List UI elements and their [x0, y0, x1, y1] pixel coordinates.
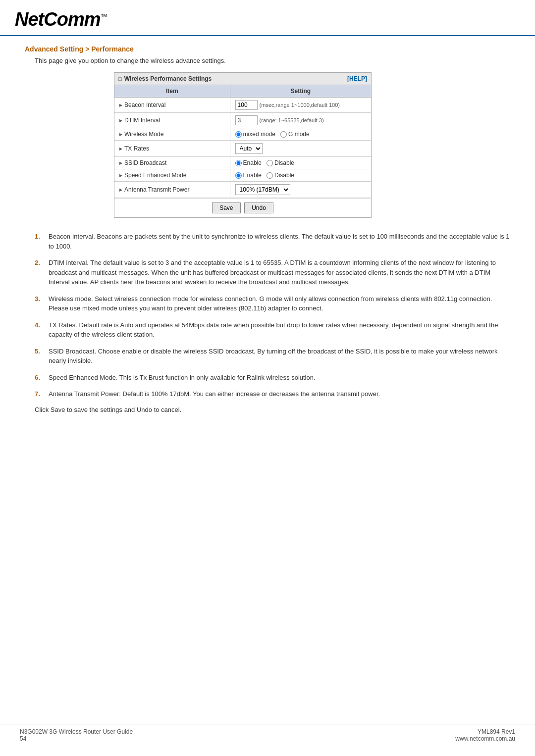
- item-label: DTIM Interval: [119, 117, 225, 124]
- table-cell-item: Speed Enhanced Mode: [114, 169, 230, 182]
- description-list: 1.Beacon Interval. Beacons are packets s…: [35, 232, 510, 399]
- table-cell-item: Antenna Transmit Power: [114, 182, 230, 198]
- footer-left: N3G002W 3G Wireless Router User Guide 54: [20, 728, 133, 742]
- list-item: 6.Speed Enhanced Mode. This is Tx Brust …: [35, 373, 510, 383]
- table-row: Speed Enhanced Mode Enable Disable: [114, 169, 371, 182]
- table-cell-setting[interactable]: (range: 1~65535,default 3): [230, 113, 371, 128]
- table-row: Beacon Interval(msec,range 1~1000,defaul…: [114, 98, 371, 113]
- radio-group: Enable Disable: [235, 172, 366, 179]
- list-number: 5.: [35, 347, 44, 366]
- logo-name: NetComm: [15, 9, 100, 30]
- list-number: 3.: [35, 294, 44, 313]
- table-cell-item: DTIM Interval: [114, 113, 230, 128]
- list-number: 4.: [35, 320, 44, 340]
- settings-table: Item Setting Beacon Interval(msec,range …: [114, 85, 371, 198]
- breadcrumb: Advanced Setting > Performance: [25, 45, 510, 53]
- table-cell-setting[interactable]: Auto: [230, 141, 371, 157]
- settings-box-title: Wireless Performance Settings: [118, 75, 212, 82]
- logo-tm: ™: [100, 12, 107, 20]
- undo-button[interactable]: Undo: [244, 202, 273, 213]
- list-text: SSID Broadcast. Choose enable or disable…: [49, 347, 510, 366]
- item-label: Wireless Mode: [119, 131, 225, 138]
- table-cell-setting[interactable]: Enable Disable: [230, 157, 371, 169]
- settings-box: Wireless Performance Settings [HELP] Ite…: [114, 72, 372, 218]
- table-cell-item: SSID Broadcast: [114, 157, 230, 169]
- list-number: 1.: [35, 232, 44, 251]
- list-text: Antenna Transmit Power: Default is 100% …: [49, 389, 510, 399]
- buttons-row: Save Undo: [114, 198, 371, 217]
- table-row: Antenna Transmit Power100% (17dBM): [114, 182, 371, 198]
- table-cell-item: Wireless Mode: [114, 128, 230, 141]
- list-text: TX Rates. Default rate is Auto and opera…: [49, 320, 510, 340]
- item-label: SSID Broadcast: [119, 159, 225, 166]
- item-label: Antenna Transmit Power: [119, 186, 225, 193]
- list-item: 5.SSID Broadcast. Choose enable or disab…: [35, 347, 510, 366]
- setting-input[interactable]: [235, 115, 258, 125]
- item-label: Beacon Interval: [119, 101, 225, 108]
- logo: NetComm™: [15, 9, 520, 30]
- main-content: Advanced Setting > Performance This page…: [0, 36, 535, 433]
- table-row: DTIM Interval(range: 1~65535,default 3): [114, 113, 371, 128]
- setting-hint: (msec,range 1~1000,default 100): [260, 102, 340, 108]
- list-item: 1.Beacon Interval. Beacons are packets s…: [35, 232, 510, 251]
- radio-option[interactable]: Enable: [235, 172, 262, 179]
- list-item: 2.DTIM interval. The default value is se…: [35, 258, 510, 287]
- page-description: This page give you option to change the …: [35, 57, 510, 64]
- table-row: TX RatesAuto: [114, 141, 371, 157]
- col-setting-header: Setting: [230, 85, 371, 98]
- radio-option[interactable]: mixed mode: [235, 131, 275, 138]
- setting-hint: (range: 1~65535,default 3): [260, 117, 324, 123]
- table-row: Wireless Mode mixed mode G mode: [114, 128, 371, 141]
- footer: N3G002W 3G Wireless Router User Guide 54…: [0, 724, 535, 746]
- list-item: 4.TX Rates. Default rate is Auto and ope…: [35, 320, 510, 340]
- list-text: DTIM interval. The default value is set …: [49, 258, 510, 287]
- radio-option[interactable]: Enable: [235, 159, 262, 166]
- list-item: 3.Wireless mode. Select wireless connect…: [35, 294, 510, 313]
- radio-option[interactable]: Disable: [267, 172, 294, 179]
- item-label: Speed Enhanced Mode: [119, 172, 225, 179]
- list-text: Speed Enhanced Mode. This is Tx Brust fu…: [49, 373, 510, 383]
- table-header-row: Item Setting: [114, 85, 371, 98]
- setting-input[interactable]: [235, 100, 258, 110]
- list-text: Wireless mode. Select wireless connectio…: [49, 294, 510, 313]
- radio-option[interactable]: G mode: [280, 131, 310, 138]
- table-cell-item: Beacon Interval: [114, 98, 230, 113]
- list-text: Beacon Interval. Beacons are packets sen…: [49, 232, 510, 251]
- settings-box-header: Wireless Performance Settings [HELP]: [114, 73, 371, 85]
- list-item: 7.Antenna Transmit Power: Default is 100…: [35, 389, 510, 399]
- radio-group: Enable Disable: [235, 159, 366, 166]
- table-cell-setting[interactable]: (msec,range 1~1000,default 100): [230, 98, 371, 113]
- col-item-header: Item: [114, 85, 230, 98]
- list-number: 2.: [35, 258, 44, 287]
- save-button[interactable]: Save: [212, 202, 240, 213]
- setting-select[interactable]: 100% (17dBM): [235, 184, 290, 195]
- table-cell-setting[interactable]: mixed mode G mode: [230, 128, 371, 141]
- help-link[interactable]: [HELP]: [347, 75, 367, 82]
- page-header: NetComm™: [0, 0, 535, 36]
- setting-select[interactable]: Auto: [235, 143, 263, 154]
- table-cell-setting[interactable]: Enable Disable: [230, 169, 371, 182]
- footer-right: YML894 Rev1 www.netcomm.com.au: [455, 728, 515, 742]
- list-number: 6.: [35, 373, 44, 383]
- table-row: SSID Broadcast Enable Disable: [114, 157, 371, 169]
- table-cell-setting[interactable]: 100% (17dBM): [230, 182, 371, 198]
- radio-option[interactable]: Disable: [267, 159, 294, 166]
- table-cell-item: TX Rates: [114, 141, 230, 157]
- click-save-text: Click Save to save the settings and Undo…: [35, 406, 510, 413]
- list-number: 7.: [35, 389, 44, 399]
- radio-group: mixed mode G mode: [235, 131, 366, 138]
- item-label: TX Rates: [119, 145, 225, 152]
